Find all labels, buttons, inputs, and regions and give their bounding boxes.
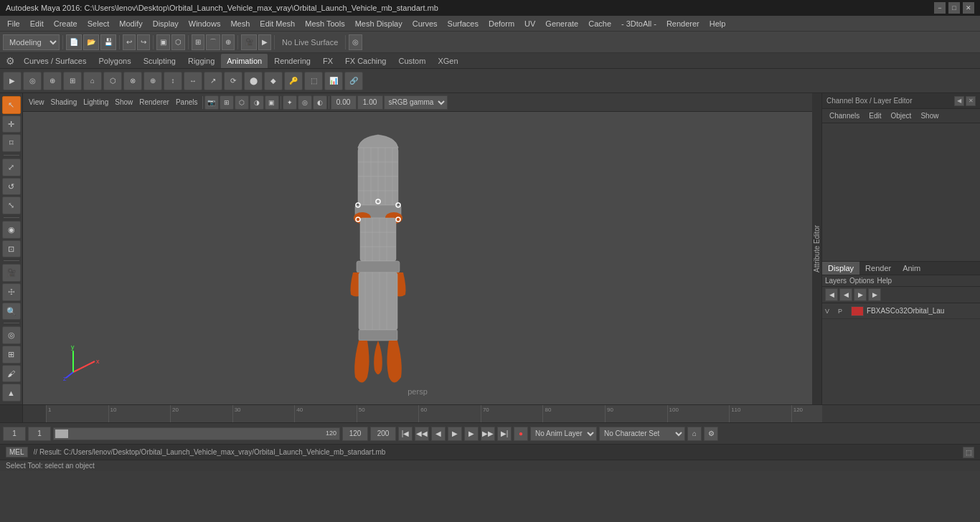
last-frame-btn[interactable]: ▶|	[497, 427, 512, 441]
exposure-input[interactable]: 1.00	[357, 95, 383, 110]
shelf-icon-11[interactable]: ↗	[204, 72, 222, 90]
panels-menu-btn[interactable]: Panels	[173, 95, 201, 110]
minimize-button[interactable]: −	[934, 2, 946, 14]
cb-tab-show[interactable]: Show	[916, 110, 943, 121]
viewport-canvas[interactable]: x y z persp	[23, 112, 812, 404]
renderer-menu-btn[interactable]: Renderer	[136, 95, 172, 110]
pivot-btn[interactable]: ◎	[2, 326, 21, 344]
zoom-btn[interactable]: 🔍	[2, 303, 21, 321]
shelf-icon-9[interactable]: ↕	[164, 72, 182, 90]
menu-deform[interactable]: Deform	[484, 18, 519, 29]
vp-grid-icon[interactable]: ⊞	[220, 95, 234, 110]
menu-generate[interactable]: Generate	[541, 18, 583, 29]
menu-mesh[interactable]: Mesh	[226, 18, 254, 29]
camera-btn[interactable]: 🎥	[2, 264, 21, 282]
shelf-tab-fx[interactable]: FX	[317, 54, 339, 68]
layer-prev-btn[interactable]: ◀	[839, 288, 852, 301]
record-btn[interactable]: ●	[514, 427, 528, 441]
layer-last-btn[interactable]: ▶	[868, 288, 881, 301]
shelf-tab-rendering[interactable]: Rendering	[268, 54, 316, 68]
shelf-tab-polygons[interactable]: Polygons	[93, 54, 136, 68]
soft-select-btn[interactable]: ◉	[2, 221, 21, 239]
undo-btn[interactable]: ↩	[123, 34, 136, 50]
frame-slider[interactable]: 120	[53, 427, 340, 440]
menu-edit-mesh[interactable]: Edit Mesh	[255, 18, 299, 29]
cb-collapse-btn[interactable]: ◀	[954, 96, 964, 106]
shelf-tab-rigging[interactable]: Rigging	[182, 54, 220, 68]
menu-edit[interactable]: Edit	[26, 18, 48, 29]
layer-item[interactable]: V P FBXASCo32Orbital_Lau	[822, 303, 980, 319]
vp-wireframe-icon[interactable]: ⬡	[235, 95, 249, 110]
layer-playback-toggle[interactable]: P	[838, 308, 848, 315]
layer-create-btn[interactable]: ◀	[825, 288, 838, 301]
menu-modify[interactable]: Modify	[115, 18, 146, 29]
menu-uv[interactable]: UV	[520, 18, 540, 29]
le-tab-anim[interactable]: Anim	[897, 262, 926, 275]
first-frame-btn[interactable]: |◀	[398, 427, 413, 441]
snap-btn[interactable]: ⊞	[2, 346, 21, 364]
next-key-btn[interactable]: ▶▶	[481, 427, 495, 441]
layers-menu-item[interactable]: Layers	[825, 277, 847, 285]
maximize-button[interactable]: □	[948, 2, 960, 14]
shelf-icon-14[interactable]: ◆	[264, 72, 283, 90]
menu-mesh-tools[interactable]: Mesh Tools	[301, 18, 349, 29]
move-tool-btn[interactable]: ✛	[2, 115, 21, 133]
translate-tool-btn[interactable]: ⤢	[2, 158, 21, 176]
cb-tab-channels[interactable]: Channels	[825, 110, 864, 121]
select-tool-btn[interactable]: ↖	[2, 96, 21, 114]
shelf-icon-12[interactable]: ⟳	[224, 72, 242, 90]
rotate-tool-btn[interactable]: ↺	[2, 178, 21, 196]
close-button[interactable]: ✕	[963, 2, 974, 14]
le-tab-render[interactable]: Render	[859, 262, 897, 275]
autokey-btn[interactable]: ⌂	[687, 427, 702, 441]
render-btn[interactable]: 🎥	[241, 34, 257, 50]
menu-cache[interactable]: Cache	[584, 18, 616, 29]
shelf-tab-custom[interactable]: Custom	[393, 54, 432, 68]
snap-grid-btn[interactable]: ⊞	[192, 34, 204, 50]
shelf-icon-10[interactable]: ↔	[184, 72, 202, 90]
preferences-btn[interactable]: ⚙	[704, 427, 718, 441]
menu-surfaces[interactable]: Surfaces	[443, 18, 483, 29]
gamma-input[interactable]: 0.00	[331, 95, 357, 110]
shelf-icon-13[interactable]: ⬤	[244, 72, 263, 90]
menu-curves[interactable]: Curves	[408, 18, 442, 29]
new-scene-btn[interactable]: 📄	[66, 34, 82, 50]
vp-shaded-icon[interactable]: ◑	[250, 95, 264, 110]
select-btn[interactable]: ▣	[156, 34, 170, 50]
menu-help[interactable]: Help	[705, 18, 730, 29]
pan-btn[interactable]: ☩	[2, 283, 21, 301]
sculpt-btn[interactable]: ▲	[2, 384, 21, 402]
shelf-tab-xgen[interactable]: XGen	[432, 54, 463, 68]
redo-btn[interactable]: ↪	[137, 34, 150, 50]
step-back-btn[interactable]: ◀	[431, 427, 446, 441]
shelf-tab-curves[interactable]: Curves / Surfaces	[18, 54, 92, 68]
help-menu-item[interactable]: Help	[877, 277, 892, 285]
lasso-tool-btn[interactable]: ⌑	[2, 134, 21, 152]
gamma-selector[interactable]: sRGB gamma	[384, 95, 448, 110]
playback-end-input[interactable]	[342, 427, 368, 441]
shelf-tab-fx-caching[interactable]: FX Caching	[339, 54, 392, 68]
attribute-editor-strip[interactable]: Attribute Editor	[812, 93, 822, 404]
show-menu-btn[interactable]: Show	[112, 95, 136, 110]
vp-aa-icon[interactable]: ✦	[283, 95, 297, 110]
current-frame-input[interactable]	[28, 427, 51, 441]
workspace-selector[interactable]: Modeling Animation Rigging	[3, 34, 60, 50]
prev-key-btn[interactable]: ◀◀	[415, 427, 429, 441]
layer-visibility-toggle[interactable]: V	[825, 308, 835, 315]
vp-textured-icon[interactable]: ▣	[265, 95, 279, 110]
paint-btn[interactable]: 🖌	[2, 365, 21, 383]
view-menu-btn[interactable]: View	[26, 95, 47, 110]
shelf-icon-17[interactable]: 📊	[324, 72, 343, 90]
shelf-icon-3[interactable]: ⊕	[43, 72, 62, 90]
options-menu-item[interactable]: Options	[849, 277, 874, 285]
lighting-menu-btn[interactable]: Lighting	[80, 95, 111, 110]
menu-3dtoall[interactable]: - 3DtoAll -	[617, 18, 661, 29]
shelf-icon-7[interactable]: ⊗	[123, 72, 142, 90]
shelf-tab-sculpting[interactable]: Sculpting	[138, 54, 182, 68]
play-btn[interactable]: ▶	[448, 427, 462, 441]
shelf-icon-15[interactable]: 🔑	[284, 72, 303, 90]
char-set-selector[interactable]: No Character Set	[599, 427, 685, 441]
step-fwd-btn[interactable]: ▶	[464, 427, 479, 441]
ipr-btn[interactable]: ▶	[258, 34, 271, 50]
anim-layer-selector[interactable]: No Anim Layer	[530, 427, 597, 441]
